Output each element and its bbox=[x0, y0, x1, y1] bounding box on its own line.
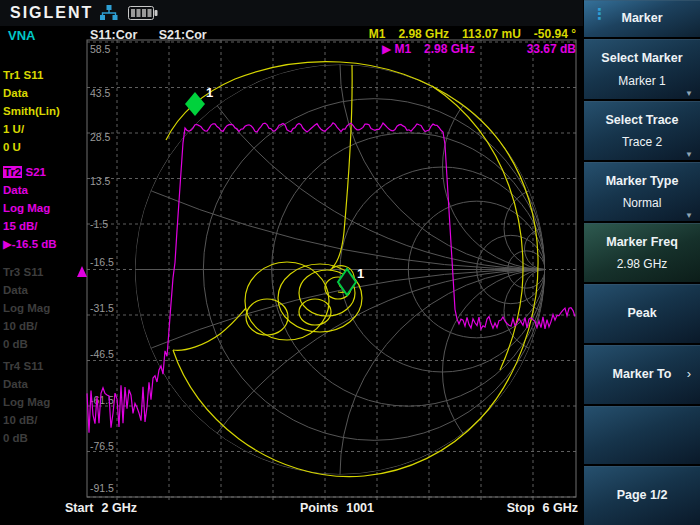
svg-text:-61.5: -61.5 bbox=[90, 394, 114, 406]
sweep-points: Points1001 bbox=[300, 501, 374, 515]
trace2-ref-level-icon bbox=[77, 266, 87, 277]
svg-text:1: 1 bbox=[357, 266, 364, 281]
softkey-marker-freq[interactable]: Marker Freq 2.98 GHz bbox=[584, 223, 700, 282]
chevron-right-icon: › bbox=[687, 366, 691, 381]
svg-text:1: 1 bbox=[206, 85, 213, 100]
chevron-down-icon: ▼ bbox=[685, 211, 693, 220]
sweep-info-bar: Start2 GHz Points1001 Stop6 GHz bbox=[60, 501, 578, 521]
svg-text:-46.5: -46.5 bbox=[90, 348, 114, 360]
softkey-select-trace[interactable]: Select Trace Trace 2 ▼ bbox=[584, 101, 700, 160]
svg-text:28.5: 28.5 bbox=[90, 131, 111, 143]
svg-text:-16.5: -16.5 bbox=[90, 256, 114, 268]
svg-text:-1.5: -1.5 bbox=[90, 218, 108, 230]
svg-text:-91.5: -91.5 bbox=[90, 482, 114, 494]
softkey-blank[interactable] bbox=[584, 406, 700, 464]
rect-grid bbox=[87, 40, 576, 502]
softkey-menu: ⋮ Marker Select Marker Marker 1 ▼ Select… bbox=[583, 0, 700, 525]
softkey-marker-to[interactable]: Marker To › bbox=[584, 345, 700, 404]
softkey-select-marker[interactable]: Select Marker Marker 1 ▼ bbox=[584, 39, 700, 99]
svg-text:43.5: 43.5 bbox=[90, 87, 111, 99]
softkey-marker-type[interactable]: Marker Type Normal ▼ bbox=[584, 162, 700, 221]
start-frequency: Start2 GHz bbox=[65, 501, 137, 515]
softkey-peak[interactable]: Peak bbox=[584, 284, 700, 343]
svg-text:-76.5: -76.5 bbox=[90, 440, 114, 452]
svg-text:-31.5: -31.5 bbox=[90, 302, 114, 314]
softkey-page[interactable]: Page 1/2 bbox=[584, 466, 700, 525]
svg-text:58.5: 58.5 bbox=[90, 43, 111, 55]
vna-screen: SIGLENT VNA S11:Cor S21:Cor M1 2.98 GHz … bbox=[0, 0, 700, 525]
marker1-trace2[interactable]: 1 bbox=[185, 85, 213, 116]
chevron-down-icon: ▼ bbox=[685, 89, 693, 98]
stop-frequency: Stop6 GHz bbox=[507, 501, 578, 515]
chevron-down-icon: ▼ bbox=[685, 150, 693, 159]
menu-title-marker[interactable]: ⋮ Marker bbox=[584, 0, 700, 37]
svg-text:13.5: 13.5 bbox=[90, 175, 111, 187]
